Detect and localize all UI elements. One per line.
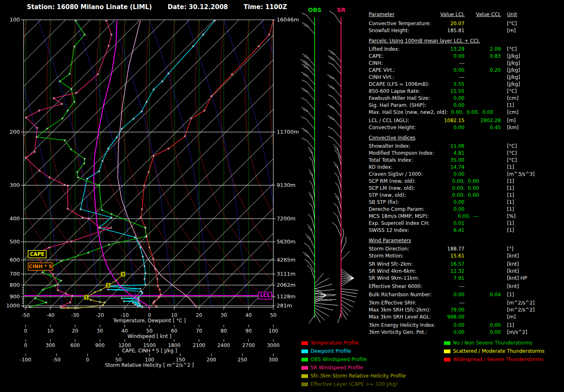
height-label: 5630m <box>277 239 296 245</box>
param-unit: [m^2/s^2] <box>507 300 535 306</box>
param-unit: [cm] <box>507 95 519 102</box>
param-unit: [1] <box>507 206 514 213</box>
param-value-lcl: 12.32 <box>415 268 464 274</box>
param-unit: [knt] <box>507 268 519 274</box>
cape-tick-label: 1800 <box>168 342 181 348</box>
param-value-lcl: 0.00 <box>415 322 464 328</box>
temperature-tick-label: -10 <box>121 312 129 318</box>
param-label: CINH Virt.: <box>369 74 395 80</box>
cape-tick-label: 600 <box>71 342 80 348</box>
srh-axis: -100-50050100150200250300Storm Relative … <box>20 354 278 368</box>
param-value-lcl: --- <box>415 74 464 80</box>
param-label: 3km Effective SRH: <box>369 300 416 306</box>
param-unit: [cm] <box>507 109 519 116</box>
param-unit: [m/s^2] <box>507 329 527 335</box>
param-unit: [m^2/s^2] <box>507 307 535 313</box>
param-label: Storm Direction: <box>369 246 409 252</box>
cape-tick-label: 1200 <box>118 342 131 348</box>
param-value-lcl: 0.00 <box>415 67 464 73</box>
section-header: Parcels: Using 100mB mean layer LCL + CC… <box>369 38 480 44</box>
sounding-app-window: 10016046m20011700m3009130m4007200m500563… <box>0 0 564 392</box>
param-unit: [m] <box>507 27 516 34</box>
date-label: Date: 30.12.2008 <box>168 3 228 11</box>
param-label: Effective Shear 6000: <box>369 283 422 290</box>
windspeed-tick-label: 30 <box>97 328 103 334</box>
srh-km-marker-text: 2 <box>107 283 109 288</box>
temperature-tick-label: 50 <box>270 312 276 318</box>
lcl-label-box-text: LCL <box>260 293 270 298</box>
srh-tick-label: 150 <box>176 357 185 363</box>
temperature-tick-label: -50 <box>21 312 30 318</box>
windspeed-tick-label: 50 <box>146 328 152 334</box>
srh-tick-label: 300 <box>269 357 278 363</box>
table-header-value-lcl: Value LCL <box>423 11 464 18</box>
legend-swatch <box>444 341 450 345</box>
param-unit: [°] <box>507 246 513 252</box>
station-label: Station: 16080 Milano Linate (LIML) <box>27 3 152 11</box>
legend-label: Temperature Profile <box>310 340 359 346</box>
legend-label: Dewpoint Profile <box>310 348 351 354</box>
param-unit: [J/kg] <box>507 74 520 80</box>
height-label: 3111m <box>277 271 296 277</box>
srh-tick-label: 100 <box>145 357 154 363</box>
param-value-lcl: 14.74 <box>415 164 464 170</box>
param-value-lcl: 13.29 <box>415 46 464 52</box>
legend-label: Sfc-3km Storm Relative Helicity Profile <box>310 373 406 379</box>
param-value-lcl: 0.00 <box>415 171 464 177</box>
param-value-lcl: 0.00, 0.00, 0.00 <box>415 109 493 116</box>
param-label: SCP RM (new, old): <box>369 178 416 184</box>
param-label: LCL / CCL (AGL): <box>369 117 409 124</box>
param-value-ccl: 0.00 <box>468 329 501 335</box>
windspeed-tick-label: 80 <box>220 328 227 334</box>
param-unit: [m] <box>507 117 516 124</box>
height-label: 7200m <box>277 215 296 222</box>
param-value-lcl: 0.00, 0.00 <box>415 185 479 191</box>
param-unit: [m] <box>507 314 516 320</box>
pressure-label: 900 <box>9 293 20 300</box>
pressure-label: 600 <box>9 257 20 263</box>
param-unit: [1] <box>507 220 514 227</box>
param-value-lcl: 0.00 <box>415 102 464 109</box>
param-value-lcl: 79.00 <box>415 307 464 313</box>
pressure-label: 1000 <box>6 302 20 309</box>
param-value-lcl: 188.77 <box>415 246 464 252</box>
windspeed-tick-label: 100 <box>269 328 278 334</box>
legend-swatch <box>301 349 308 353</box>
height-label: 281m <box>277 302 292 309</box>
parcel-curve <box>94 21 150 308</box>
param-unit: [°C] <box>507 150 517 156</box>
param-value-lcl: 0.00, --- <box>415 213 479 220</box>
param-value-lcl: 185.81 <box>415 27 464 34</box>
param-label: CAPE Virt.: <box>369 67 395 73</box>
section-header: Convective Indices <box>369 135 415 141</box>
param-value-ccl: 0.04 <box>468 291 501 298</box>
param-unit: [°C] <box>507 46 517 52</box>
temperature-tick-label: -30 <box>71 312 79 318</box>
param-value-lcl: 0.00 <box>415 291 464 298</box>
legend-swatch <box>444 358 450 361</box>
param-value-lcl: 0.00 <box>415 329 464 335</box>
legend-swatch <box>301 383 308 386</box>
height-label: 16046m <box>277 17 299 23</box>
page-title: Station: 16080 Milano Linate (LIML)Date:… <box>27 3 303 11</box>
cape-tick-label: 3000 <box>267 342 280 348</box>
cape-axis: 03006009001200150018002100240027003000CA… <box>24 339 280 354</box>
legend-swatch <box>301 341 308 345</box>
param-value-lcl: 0.00, 0.00 <box>415 178 479 184</box>
param-value-lcl: 6.41 <box>415 227 464 234</box>
srh-tick-label: 250 <box>238 357 247 363</box>
lcl-label-box: LCL <box>258 292 272 299</box>
srh-km-marker-text: 3 <box>122 272 124 276</box>
pressure-label: 500 <box>9 239 20 245</box>
param-value-ccl: 0.00 <box>468 322 501 328</box>
param-label: SR Wind 9km-11km: <box>369 275 419 281</box>
param-unit: [°C] <box>507 143 517 149</box>
height-label: 2062m <box>277 282 296 288</box>
height-label: 1128m <box>277 293 296 300</box>
param-label: Convective Height: <box>369 124 416 131</box>
param-label: SB STP (fix): <box>369 199 399 205</box>
param-label: SWISS 12 Index: <box>369 227 409 234</box>
cape-tick-label: 2100 <box>193 342 206 348</box>
obs-column-header: OBS <box>308 7 322 13</box>
param-value-lcl: 1082.15 <box>415 117 464 124</box>
